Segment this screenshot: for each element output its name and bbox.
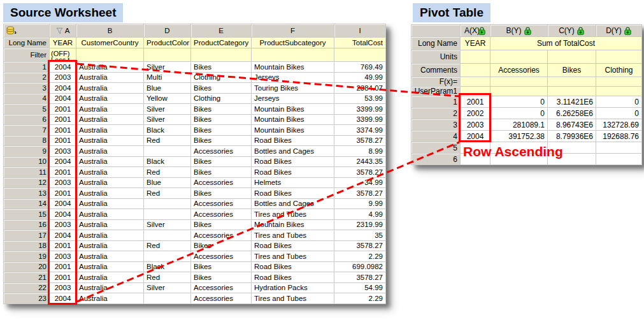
- data-cell[interactable]: Silver: [144, 104, 191, 115]
- data-cell[interactable]: 2001: [50, 135, 76, 146]
- row-number-cell[interactable]: 14: [4, 198, 50, 209]
- data-cell[interactable]: Red: [144, 135, 191, 146]
- data-cell[interactable]: Touring Bikes: [252, 83, 334, 94]
- data-cell[interactable]: Bikes: [191, 125, 252, 136]
- data-cell[interactable]: Bikes: [191, 240, 252, 251]
- data-cell[interactable]: [144, 230, 191, 241]
- data-cell[interactable]: Accessories: [191, 251, 252, 262]
- row-number-cell[interactable]: 4: [411, 131, 461, 142]
- data-cell[interactable]: 49.99: [334, 72, 386, 83]
- data-cell[interactable]: 9.99: [334, 198, 386, 209]
- column-header-E[interactable]: E: [191, 24, 252, 38]
- data-cell[interactable]: 3374.99: [334, 125, 386, 136]
- data-cell[interactable]: 2003: [461, 119, 490, 131]
- data-cell[interactable]: Clothing: [191, 72, 252, 83]
- column-header-B[interactable]: B: [76, 24, 144, 38]
- row-number-cell[interactable]: 5: [411, 142, 461, 154]
- data-cell[interactable]: Accessories: [191, 230, 252, 241]
- data-cell[interactable]: 0: [596, 108, 642, 119]
- pivot-corner-cell[interactable]: [411, 25, 461, 37]
- data-cell[interactable]: 2.29: [334, 251, 386, 262]
- data-cell[interactable]: 3399.99: [334, 104, 386, 115]
- comments-cell[interactable]: Bikes: [548, 64, 596, 77]
- fx-cell[interactable]: [490, 77, 548, 87]
- data-cell[interactable]: Black: [144, 261, 191, 272]
- data-cell[interactable]: Accessories: [191, 209, 252, 220]
- data-cell[interactable]: Red: [144, 188, 191, 199]
- data-cell[interactable]: Black: [144, 125, 191, 136]
- filter-cell[interactable]: [252, 48, 334, 62]
- long-name-cell[interactable]: YEAR: [50, 38, 76, 48]
- row-number-cell[interactable]: 2: [411, 108, 461, 119]
- data-cell[interactable]: Blue: [144, 83, 191, 94]
- data-cell[interactable]: Australia: [76, 219, 144, 230]
- column-header-F[interactable]: F: [252, 24, 334, 38]
- row-number-cell[interactable]: 19: [4, 251, 50, 262]
- data-cell[interactable]: Mountain Bikes: [252, 125, 334, 136]
- pivot-column-header-CY[interactable]: C(Y): [548, 25, 596, 37]
- data-cell[interactable]: 2319.99: [334, 219, 386, 230]
- data-cell[interactable]: Australia: [76, 209, 144, 220]
- data-cell[interactable]: Australia: [76, 230, 144, 241]
- filter-cell[interactable]: [334, 48, 386, 62]
- units-row-label[interactable]: Units: [411, 50, 461, 64]
- comments-cell[interactable]: Accessories: [490, 64, 548, 77]
- data-cell[interactable]: Road Bikes: [252, 188, 334, 199]
- data-cell[interactable]: 2003: [50, 251, 76, 262]
- data-cell[interactable]: Road Bikes: [252, 240, 334, 251]
- userparam-row-label[interactable]: UserParam1: [411, 87, 461, 96]
- row-number-cell[interactable]: 9: [4, 146, 50, 157]
- data-cell[interactable]: Mountain Bikes: [252, 104, 334, 115]
- data-cell[interactable]: 192688.76: [596, 131, 642, 142]
- row-number-cell[interactable]: 6: [4, 114, 50, 125]
- data-cell[interactable]: 2003: [50, 177, 76, 188]
- data-cell[interactable]: Bikes: [191, 135, 252, 146]
- column-header-I[interactable]: I: [334, 24, 386, 38]
- data-cell[interactable]: Jerseys: [252, 93, 334, 104]
- data-cell[interactable]: Australia: [76, 167, 144, 178]
- data-cell[interactable]: Jerseys: [252, 72, 334, 83]
- data-cell[interactable]: 2443.35: [334, 156, 386, 167]
- data-cell[interactable]: 2001: [50, 188, 76, 199]
- units-cell[interactable]: [548, 50, 596, 64]
- row-number-cell[interactable]: 10: [4, 156, 50, 167]
- filter-cell[interactable]: [191, 48, 252, 62]
- data-cell[interactable]: Australia: [76, 188, 144, 199]
- data-cell[interactable]: Bottles and Cages: [252, 146, 334, 157]
- data-cell[interactable]: 3578.27: [334, 272, 386, 283]
- data-cell[interactable]: 2003: [50, 219, 76, 230]
- userparam-cell[interactable]: [548, 87, 596, 96]
- data-cell[interactable]: Bikes: [191, 261, 252, 272]
- data-cell[interactable]: Accessories: [191, 177, 252, 188]
- data-cell[interactable]: Bikes: [191, 156, 252, 167]
- row-number-cell[interactable]: 17: [4, 230, 50, 241]
- data-cell[interactable]: Australia: [76, 251, 144, 262]
- data-cell[interactable]: Accessories: [191, 198, 252, 209]
- long-name-row-label[interactable]: Long Name: [4, 38, 50, 48]
- data-cell[interactable]: Road Bikes: [252, 272, 334, 283]
- data-cell[interactable]: Australia: [76, 261, 144, 272]
- data-cell[interactable]: Red: [144, 272, 191, 283]
- lock-icon[interactable]: [524, 27, 532, 35]
- data-cell[interactable]: Australia: [76, 282, 144, 293]
- data-cell[interactable]: Road Bikes: [252, 135, 334, 146]
- row-number-cell[interactable]: 15: [4, 209, 50, 220]
- data-cell[interactable]: 2001: [50, 104, 76, 115]
- data-cell[interactable]: 2003: [50, 282, 76, 293]
- fx-row-label[interactable]: F(x)=: [411, 77, 461, 87]
- fx-cell[interactable]: [461, 77, 490, 87]
- data-cell[interactable]: [144, 198, 191, 209]
- units-cell[interactable]: [461, 50, 490, 64]
- column-header-A[interactable]: A: [50, 24, 76, 38]
- data-cell[interactable]: 53.99: [334, 93, 386, 104]
- data-cell[interactable]: 8.79936E6: [548, 131, 596, 142]
- data-cell[interactable]: 4.99: [334, 209, 386, 220]
- data-cell[interactable]: 2004: [50, 230, 76, 241]
- pivot-column-header-DY[interactable]: D(Y): [596, 25, 642, 37]
- userparam-cell[interactable]: [596, 87, 642, 96]
- units-cell[interactable]: [490, 50, 548, 64]
- data-cell[interactable]: Australia: [76, 135, 144, 146]
- data-cell[interactable]: 8.96743E6: [548, 119, 596, 131]
- data-cell[interactable]: 0: [596, 96, 642, 108]
- data-cell[interactable]: 2004: [461, 131, 490, 142]
